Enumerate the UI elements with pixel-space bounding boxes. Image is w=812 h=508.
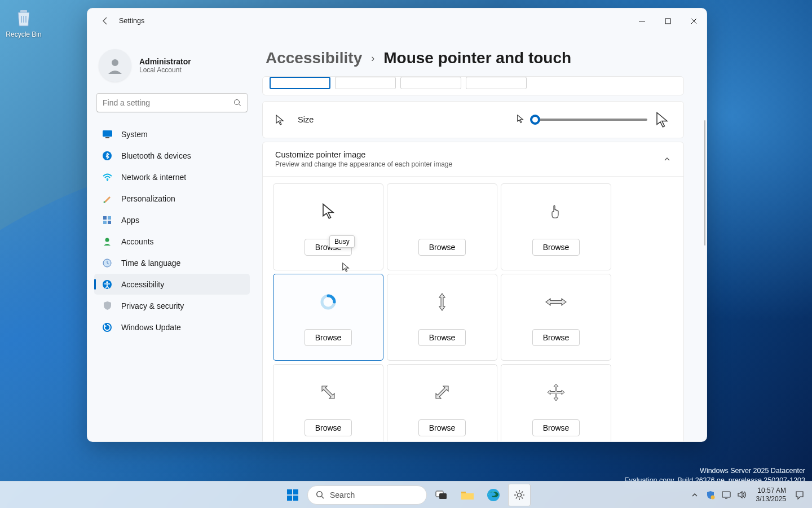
taskbar-search[interactable]: Search xyxy=(307,485,427,505)
maximize-button[interactable] xyxy=(655,12,681,30)
nav-label: Privacy & security xyxy=(121,301,184,310)
desktop-icon-recycle-bin[interactable]: Recycle Bin xyxy=(3,5,44,38)
nav-item-time-language[interactable]: Time & language xyxy=(94,252,250,273)
nav-item-system[interactable]: System xyxy=(94,124,250,144)
pointer-style-option[interactable] xyxy=(400,77,461,89)
svg-rect-4 xyxy=(103,130,112,137)
size-card: Size xyxy=(262,101,684,138)
svg-point-23 xyxy=(317,492,323,497)
wifi-icon xyxy=(102,172,112,182)
taskbar-time: 10:57 AM xyxy=(756,487,786,494)
pointer-tile-link[interactable]: Browse xyxy=(501,183,611,270)
tray-volume-icon[interactable] xyxy=(735,488,749,501)
svg-point-8 xyxy=(104,201,105,203)
pointer-tile-busy[interactable]: Browse xyxy=(273,274,383,361)
recycle-bin-icon xyxy=(11,5,36,29)
taskbar-clock[interactable]: 10:57 AM 3/13/2025 xyxy=(752,487,791,503)
nav-label: Apps xyxy=(121,216,139,225)
cursor-resize-nesw-icon xyxy=(434,379,451,406)
nav-item-personalization[interactable]: Personalization xyxy=(94,188,250,209)
browse-button[interactable]: Browse xyxy=(418,419,466,436)
nav-item-accessibility[interactable]: Accessibility xyxy=(94,274,250,295)
profile-block[interactable]: Administrator Local Account xyxy=(94,33,250,93)
settings-window: Settings Administrator Local Account xyxy=(87,8,707,442)
svg-rect-5 xyxy=(105,137,109,138)
paint-icon xyxy=(102,194,112,204)
slider-thumb[interactable] xyxy=(530,115,540,125)
browse-button[interactable]: Browse xyxy=(532,329,580,346)
nav-label: Bluetooth & devices xyxy=(121,151,191,160)
tray-security-icon[interactable] xyxy=(704,488,717,502)
sidebar: Administrator Local Account System Bluet… xyxy=(87,33,257,441)
close-button[interactable] xyxy=(681,12,707,30)
bluetooth-icon xyxy=(102,151,112,161)
person-icon xyxy=(102,237,112,247)
svg-point-3 xyxy=(235,100,240,105)
cursor-resize-ew-icon xyxy=(545,288,567,316)
nav-item-network[interactable]: Network & internet xyxy=(94,167,250,187)
cursor-normal-icon xyxy=(321,198,335,225)
svg-point-28 xyxy=(518,493,522,497)
nav-item-windows-update[interactable]: Windows Update xyxy=(94,317,250,338)
pointer-style-option[interactable] xyxy=(270,77,330,89)
tray-chevron-icon[interactable] xyxy=(688,488,701,502)
pointer-tile-resize-ns[interactable]: Browse xyxy=(387,274,497,361)
nav-item-bluetooth[interactable]: Bluetooth & devices xyxy=(94,145,250,166)
nav-label: Windows Update xyxy=(121,323,181,332)
nav-label: Accessibility xyxy=(121,280,164,289)
watermark-line: Windows Server 2025 Datacenter xyxy=(624,466,805,476)
search-icon xyxy=(233,99,241,107)
tray-display-icon[interactable] xyxy=(720,489,733,501)
pointer-grid: Browse Browse Browse xyxy=(263,176,683,441)
pointer-tile-normal[interactable]: Browse xyxy=(273,183,383,270)
nav-list: System Bluetooth & devices Network & int… xyxy=(94,124,250,338)
pointer-tile-resize-ew[interactable]: Browse xyxy=(501,274,611,361)
task-view-button[interactable] xyxy=(430,484,453,506)
cursor-resize-nwse-icon xyxy=(320,379,337,406)
nav-label: Accounts xyxy=(121,237,154,246)
nav-item-apps[interactable]: Apps xyxy=(94,209,250,230)
profile-subtitle: Local Account xyxy=(139,66,191,74)
cursor-move-icon xyxy=(546,379,566,406)
svg-rect-12 xyxy=(108,221,111,224)
browse-button[interactable]: Browse xyxy=(304,329,352,346)
minimize-button[interactable] xyxy=(629,12,655,30)
search-icon xyxy=(316,491,324,499)
breadcrumb-parent[interactable]: Accessibility xyxy=(266,49,362,67)
pointer-tile-move[interactable]: Browse xyxy=(501,364,611,441)
browse-button[interactable]: Browse xyxy=(532,419,580,436)
nav-item-privacy[interactable]: Privacy & security xyxy=(94,295,250,316)
svg-rect-26 xyxy=(461,492,466,493)
browse-button[interactable]: Browse xyxy=(304,419,352,436)
pointer-style-option[interactable] xyxy=(466,77,527,89)
back-button[interactable] xyxy=(94,10,117,32)
pointer-tile-help[interactable]: Browse xyxy=(387,183,497,270)
size-slider[interactable] xyxy=(535,119,647,121)
pointer-style-option[interactable] xyxy=(335,77,396,89)
breadcrumb: Accessibility › Mouse pointer and touch xyxy=(262,49,686,67)
clock-icon xyxy=(102,258,112,268)
svg-rect-11 xyxy=(103,221,107,224)
edge-button[interactable] xyxy=(482,484,505,506)
expand-header[interactable]: Customize pointer image Preview and chan… xyxy=(263,142,683,176)
chevron-up-icon xyxy=(663,155,671,163)
svg-rect-25 xyxy=(439,493,447,499)
chevron-right-icon: › xyxy=(371,52,374,64)
avatar xyxy=(99,49,131,82)
svg-rect-1 xyxy=(665,19,670,24)
browse-button[interactable]: Browse xyxy=(418,329,466,346)
scrollbar[interactable] xyxy=(704,120,705,246)
file-explorer-button[interactable] xyxy=(456,484,479,506)
customize-subtitle: Preview and change the appearance of eac… xyxy=(275,160,452,168)
browse-button[interactable]: Browse xyxy=(532,239,580,256)
pointer-tile-resize-nesw[interactable]: Browse xyxy=(387,364,497,441)
browse-button[interactable]: Browse xyxy=(418,239,466,256)
search-box[interactable] xyxy=(96,93,248,112)
start-button[interactable] xyxy=(281,484,304,506)
search-input[interactable] xyxy=(103,98,233,107)
pointer-tile-resize-nwse[interactable]: Browse xyxy=(273,364,383,441)
settings-taskbar-button[interactable] xyxy=(508,484,531,506)
tray-notifications-icon[interactable] xyxy=(793,488,806,502)
nav-item-accounts[interactable]: Accounts xyxy=(94,231,250,252)
window-title: Settings xyxy=(119,17,144,25)
